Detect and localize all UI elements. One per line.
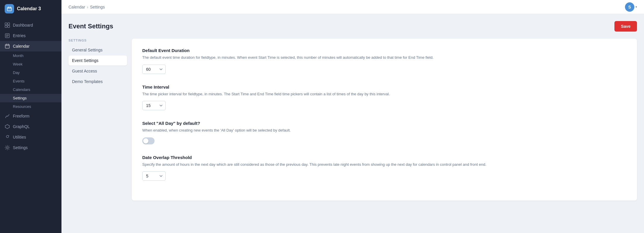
settings-icon: [5, 145, 10, 150]
user-area[interactable]: S ▾: [625, 2, 637, 12]
form-section-overlap: Date Overlap Threshold Specify the amoun…: [142, 155, 626, 181]
dashboard-icon: [5, 23, 10, 28]
avatar[interactable]: S: [625, 2, 634, 12]
chevron-down-icon: ▾: [636, 5, 637, 8]
sidebar-item-label: Calendar: [13, 44, 30, 49]
sidebar: Calendar 3 Dashboard Entries: [0, 0, 61, 233]
sidebar-item-label: Freeform: [13, 114, 30, 118]
section-desc-allday: When enabled, when creating new events t…: [142, 127, 626, 133]
svg-rect-5: [8, 23, 10, 25]
interval-select[interactable]: 15 5 10 20 30 60: [142, 101, 166, 110]
sidebar-item-graphql[interactable]: GraphQL: [0, 121, 61, 132]
svg-point-20: [9, 127, 10, 128]
brand-icon: [5, 4, 14, 13]
svg-point-19: [9, 125, 10, 126]
section-desc-interval: The time picker interval for fieldtype, …: [142, 91, 626, 97]
settings-section-label: SETTINGS: [68, 39, 127, 45]
duration-select[interactable]: 60 15 30 45 90 120: [142, 65, 166, 74]
sidebar-item-calendar[interactable]: Calendar: [0, 41, 61, 51]
svg-rect-4: [5, 23, 7, 25]
svg-marker-17: [5, 125, 9, 129]
topbar: Calendar › Settings S ▾: [61, 0, 644, 14]
sidebar-item-label: Utilities: [13, 135, 26, 139]
settings-nav-event[interactable]: Event Settings: [68, 56, 127, 65]
settings-nav-demo[interactable]: Demo Templates: [68, 77, 127, 87]
sidebar-item-freeform[interactable]: Freeform: [0, 111, 61, 121]
sidebar-sub-month[interactable]: Month: [0, 51, 61, 60]
svg-point-23: [5, 125, 6, 126]
sidebar-item-label: Dashboard: [13, 23, 33, 27]
breadcrumb: Calendar › Settings: [68, 5, 105, 9]
breadcrumb-settings[interactable]: Settings: [90, 5, 105, 9]
svg-rect-0: [7, 7, 11, 11]
page-title: Event Settings: [68, 23, 113, 30]
toggle-slider: [142, 137, 155, 144]
brand-name: Calendar 3: [17, 6, 41, 11]
sidebar-sub-settings[interactable]: Settings: [0, 94, 61, 102]
svg-point-24: [6, 147, 8, 149]
settings-content: Default Event Duration The default event…: [132, 39, 637, 201]
form-section-allday: Select "All Day" by default? When enable…: [142, 121, 626, 144]
section-title-duration: Default Event Duration: [142, 48, 626, 53]
sidebar-sub-week[interactable]: Week: [0, 60, 61, 68]
settings-nav-guest[interactable]: Guest Access: [68, 66, 127, 76]
form-section-interval: Time Interval The time picker interval f…: [142, 84, 626, 111]
brand: Calendar 3: [0, 0, 61, 18]
breadcrumb-calendar[interactable]: Calendar: [68, 5, 85, 9]
sidebar-item-label: Entries: [13, 33, 26, 38]
page-header: Event Settings Save: [68, 21, 637, 32]
save-button[interactable]: Save: [614, 21, 637, 32]
sidebar-nav: Dashboard Entries Calendar Month Wee: [0, 18, 61, 233]
entries-icon: [5, 33, 10, 38]
main-area: Calendar › Settings S ▾ Event Settings S…: [61, 0, 644, 233]
sidebar-sub-events[interactable]: Events: [0, 77, 61, 85]
svg-point-21: [7, 128, 8, 129]
svg-rect-7: [8, 25, 10, 27]
sidebar-sub-resources[interactable]: Resources: [0, 102, 61, 111]
allday-toggle[interactable]: [142, 137, 155, 144]
section-desc-duration: The default event time duration for fiel…: [142, 55, 626, 61]
section-desc-overlap: Specify the amount of hours in the next …: [142, 162, 626, 168]
svg-point-18: [7, 124, 8, 125]
sidebar-item-utilities[interactable]: Utilities: [0, 132, 61, 142]
sidebar-item-dashboard[interactable]: Dashboard: [0, 20, 61, 30]
section-title-allday: Select "All Day" by default?: [142, 121, 626, 126]
sidebar-item-label: Settings: [13, 145, 28, 150]
svg-point-16: [7, 116, 8, 117]
settings-layout: SETTINGS General Settings Event Settings…: [68, 39, 637, 201]
overlap-select[interactable]: 5 0 1 2 3 4 6: [142, 171, 166, 181]
section-title-interval: Time Interval: [142, 84, 626, 89]
svg-rect-12: [5, 44, 9, 48]
sidebar-item-settings[interactable]: Settings: [0, 142, 61, 153]
sidebar-item-label: GraphQL: [13, 124, 30, 129]
settings-sidebar: SETTINGS General Settings Event Settings…: [68, 39, 127, 201]
svg-rect-6: [5, 25, 7, 27]
utilities-icon: [5, 134, 10, 140]
breadcrumb-sep: ›: [87, 5, 88, 9]
section-title-overlap: Date Overlap Threshold: [142, 155, 626, 160]
sidebar-sub-calendars[interactable]: Calendars: [0, 85, 61, 94]
calendar-icon: [5, 44, 10, 49]
toggle-wrap-allday: [142, 137, 626, 144]
settings-nav-general[interactable]: General Settings: [68, 45, 127, 55]
sidebar-sub-day[interactable]: Day: [0, 68, 61, 77]
svg-point-22: [5, 127, 6, 128]
graphql-icon: [5, 124, 10, 129]
sidebar-item-entries[interactable]: Entries: [0, 30, 61, 41]
form-section-duration: Default Event Duration The default event…: [142, 48, 626, 74]
content: Event Settings Save SETTINGS General Set…: [61, 14, 644, 233]
freeform-icon: [5, 113, 10, 119]
